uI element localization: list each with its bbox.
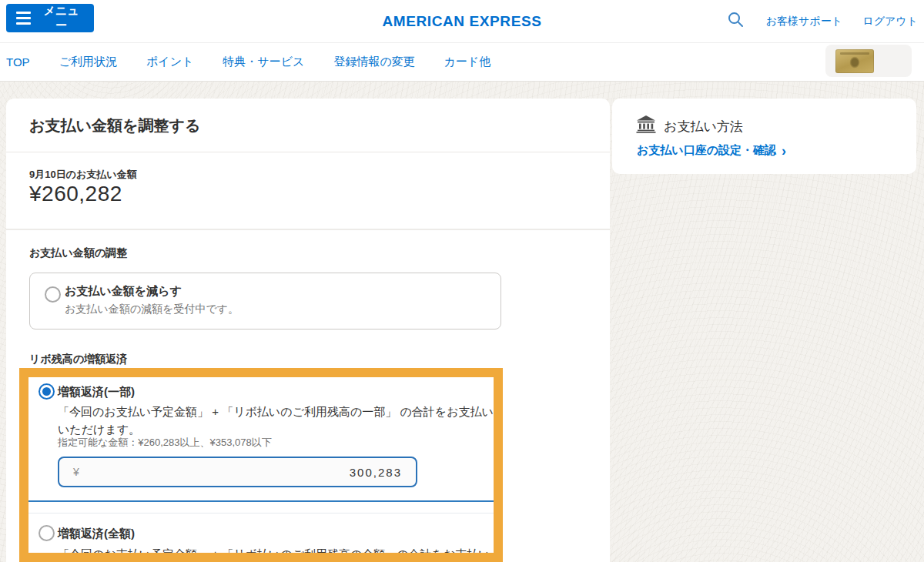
- decrease-option-description: お支払い金額の減額を受付中です。: [65, 303, 239, 316]
- partial-repayment-title: 増額返済(一部): [58, 385, 135, 400]
- partial-repayment-description: 「今回のお支払い予定金額」 + 「リボ払いのご利用残高の一部」 の合計をお支払い…: [58, 403, 500, 438]
- gold-card-image: [835, 49, 874, 73]
- payment-method-card: お支払い方法 お支払い口座の設定・確認 ›: [612, 99, 916, 174]
- card-selector[interactable]: [825, 45, 912, 77]
- nav-item-registration[interactable]: 登録情報の変更: [333, 55, 414, 69]
- nav-item-benefits[interactable]: 特典・サービス: [223, 55, 304, 69]
- allowed-range-note: 指定可能な金額：¥260,283以上、¥353,078以下: [58, 436, 272, 450]
- amount-input[interactable]: [79, 466, 402, 479]
- main-nav: TOP ご利用状況 ポイント 特典・サービス 登録情報の変更 カード他: [0, 43, 924, 82]
- bank-icon: [636, 115, 656, 133]
- decrease-option-title: お支払い金額を減らす: [65, 284, 182, 299]
- customer-support-link[interactable]: お客様サポート: [766, 0, 842, 43]
- divider: [6, 152, 610, 152]
- partial-repayment-radio[interactable]: [38, 383, 55, 400]
- search-icon: [727, 11, 744, 28]
- nav-item-points[interactable]: ポイント: [146, 55, 193, 69]
- page: メニュー AMERICAN EXPRESS お客様サポート ログアウト TOP …: [0, 0, 924, 562]
- chevron-right-icon: ›: [782, 144, 786, 158]
- currency-symbol: ¥: [73, 466, 79, 478]
- top-header: メニュー AMERICAN EXPRESS お客様サポート ログアウト: [0, 0, 924, 43]
- nav-item-top[interactable]: TOP: [6, 55, 30, 69]
- full-repayment-radio[interactable]: [38, 525, 55, 541]
- payment-adjustment-card: お支払い金額を調整する 9月10日のお支払い金額 ¥260,282 お支払い金額…: [6, 99, 610, 562]
- account-settings-link[interactable]: お支払い口座の設定・確認 ›: [637, 143, 786, 158]
- nav-item-other-cards[interactable]: カード他: [444, 55, 491, 69]
- revolving-section-label: リボ残高の増額返済: [29, 353, 127, 366]
- full-repayment-description: 「今回のお支払い予定金額」 + 「リボ払いのご利用残高の全額」の合計をお支払いい…: [58, 545, 500, 562]
- divider: [28, 513, 494, 513]
- page-title: お支払い金額を調整する: [29, 115, 200, 136]
- payment-amount: ¥260,282: [29, 182, 122, 206]
- divider: [6, 229, 610, 230]
- payment-date-label: 9月10日のお支払い金額: [29, 168, 137, 182]
- amount-input-field[interactable]: ¥: [58, 457, 417, 487]
- full-repayment-title: 増額返済(全額): [58, 527, 135, 541]
- logout-link[interactable]: ログアウト: [862, 0, 918, 43]
- divider: [28, 500, 494, 502]
- revolving-options-highlight-box: 増額返済(一部) 「今回のお支払い予定金額」 + 「リボ払いのご利用残高の一部」…: [19, 368, 503, 562]
- decrease-payment-option[interactable]: お支払い金額を減らす お支払い金額の減額を受付中です。: [29, 273, 501, 330]
- account-settings-link-label: お支払い口座の設定・確認: [637, 143, 776, 158]
- nav-item-usage[interactable]: ご利用状況: [59, 55, 117, 69]
- payment-method-title: お支払い方法: [664, 118, 743, 135]
- search-button[interactable]: [724, 8, 747, 32]
- decrease-option-radio[interactable]: [45, 286, 61, 303]
- adjustment-section-label: お支払い金額の調整: [29, 246, 127, 260]
